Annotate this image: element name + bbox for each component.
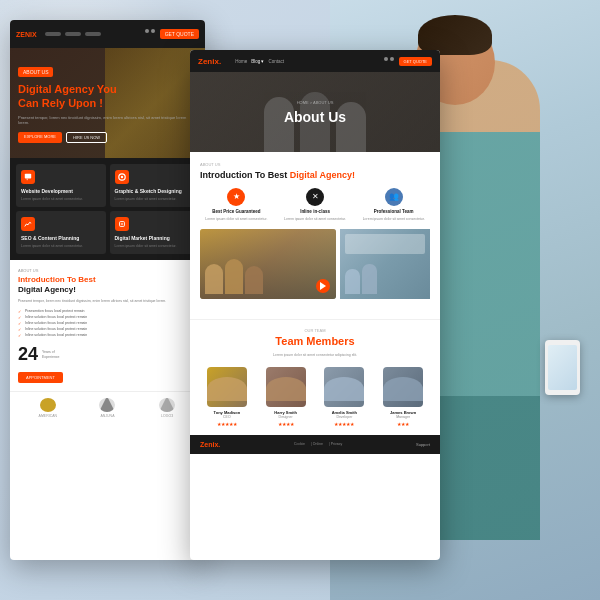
hero-buttons: EXPLORE MORE HIRE US NOW [18,132,197,143]
service-desc: Lorem ipsum dolor sit amet consectetur. [21,197,101,202]
member-role: Designer [259,415,313,419]
team-section: OUR TEAM Team Members Lorem ipsum dolor … [190,319,440,434]
footer-logo: Zenix. [200,441,220,448]
member-stars: ★★★ [376,421,430,427]
team-member-3: Amelia Smith Developer ★★★★★ [318,367,372,427]
service-desc: Lorem ipsum dolor sit amet consectetur. [115,197,195,202]
left-logo: ZENIX [16,31,37,38]
member-role: Developer [318,415,372,419]
page-title: About Us [284,109,346,125]
price-icon: ★ [227,188,245,206]
inline-icon: ✕ [306,188,324,206]
service-title: Digital Market Planning [115,235,195,242]
section-title: Introduction To Best Digital Agency! [200,170,430,182]
section-label: ABOUT US [200,162,430,167]
svg-rect-0 [25,174,31,179]
nav-blog: Blog ▾ [251,59,264,64]
team-label: OUR TEAM [200,328,430,333]
features-row: ★ Best Price Guaranteed Lorem ipsum dolo… [200,188,430,222]
feature-desc: Lorem ipsum dolor sit amet consectetur. [279,217,352,222]
digital-icon [115,217,129,231]
service-desc: Lorem ipsum dolor sit amet consectetur. [21,244,101,249]
nav-home: Home [235,59,247,64]
center-body: ABOUT US Introduction To Best Digital Ag… [190,152,440,319]
feature-title: Best Price Guaranteed [200,209,273,215]
explore-btn: EXPLORE MORE [18,132,62,143]
intro-title: Introduction To Best Digital Agency! [18,275,197,296]
left-intro-section: ABOUT US Introduction To Best Digital Ag… [10,260,205,391]
service-title: Graphic & Sketch Designing [115,188,195,195]
feature-desc: Lorem ipsum dolor sit amet consectetur. [200,217,273,222]
seo-icon [21,217,35,231]
hero-title: Digital Agency You Can Rely Upon ! [18,82,197,111]
header-icons: GET QUOTE [145,29,199,39]
center-hero-banner: HOME > ABOUT US About Us [190,72,440,152]
logo-3: LOGO3 [152,398,182,418]
svg-point-3 [120,176,122,178]
hero-title-main: Can Rely Upon ! [18,97,103,109]
feature-title: Professional Team [357,209,430,215]
center-website-mockup: Zenix. Home Blog ▾ Contact GET QUOTE HOM… [190,50,440,560]
center-footer: Zenix. Cookie | Online | Privacy Support [190,435,440,454]
nav-dot [85,32,101,36]
center-header-icons: GET QUOTE [384,57,432,66]
main-image [200,229,336,299]
center-header: Zenix. Home Blog ▾ Contact GET QUOTE [190,50,440,72]
hero-title-accent: Digital Agency You [18,83,117,95]
hero-desc: Praesent tempor, lorem nec tincidunt dig… [18,115,197,126]
service-desc: Lorem ipsum dolor sit amet consectetur. [115,244,195,249]
service-digital: Digital Market Planning Lorem ipsum dolo… [110,211,200,254]
experience-counter: 24 Years ofExperience [18,344,197,365]
member-avatar [324,367,364,407]
feature-title: Inline in-class [279,209,352,215]
services-grid: Website Development Lorem ipsum dolor si… [10,158,205,260]
hero-content: HOME > ABOUT US About Us [284,100,346,125]
left-mockup-header: ZENIX GET QUOTE [10,20,205,48]
service-website: Website Development Lorem ipsum dolor si… [16,164,106,207]
user-icon [390,57,394,61]
team-member-1: Tony Madison CEO ★★★★★ [200,367,254,427]
nav-dot [45,32,61,36]
center-logo: Zenix. [198,57,221,66]
secondary-image [340,229,430,299]
footer-link-online: | Online [311,442,323,446]
intro-label: ABOUT US [18,268,197,273]
team-icon: 👥 [385,188,403,206]
member-stars: ★★★★★ [318,421,372,427]
member-avatar [207,367,247,407]
hero-badge: ABOUT US [18,67,53,77]
graphic-icon [115,170,129,184]
feature-team: 👥 Professional Team Lorem ipsum dolor si… [357,188,430,222]
logo-american: AMERICAN [33,398,63,418]
content-images [200,229,430,299]
bullet-5: Inline solution focus local protect rema… [18,332,197,338]
breadcrumb: HOME > ABOUT US [284,100,346,105]
appointment-btn: APPOINTMENT [18,372,63,383]
counter-label: Years ofExperience [42,350,60,360]
team-description: Lorem ipsum dolor sit amet consectetur a… [200,353,430,358]
intro-desc: Praesent tempor, lorem nec tincidunt dig… [18,299,197,304]
quote-btn: GET QUOTE [399,57,432,66]
team-members-row: Tony Madison CEO ★★★★★ Harry Smith Desig… [200,367,430,427]
team-member-4: James Brown Manager ★★★ [376,367,430,427]
left-hero: ABOUT US Digital Agency You Can Rely Upo… [10,48,205,158]
service-graphic: Graphic & Sketch Designing Lorem ipsum d… [110,164,200,207]
title-accent: Digital Agency! [290,170,355,180]
search-icon [384,57,388,61]
member-stars: ★★★★★ [200,421,254,427]
play-button[interactable] [316,279,330,293]
feature-price: ★ Best Price Guaranteed Lorem ipsum dolo… [200,188,273,222]
logo-dot: . [219,57,221,66]
service-seo: SEO & Content Planning Lorem ipsum dolor… [16,211,106,254]
nav-contact: Contact [268,59,284,64]
play-triangle [320,282,326,290]
member-role: CEO [200,415,254,419]
quote-btn: GET QUOTE [160,29,199,39]
team-title: Team Members [200,335,430,347]
member-avatar [266,367,306,407]
service-title: SEO & Content Planning [21,235,101,242]
footer-links: Cookie | Online | Privacy [294,442,342,446]
client-logos: AMERICAN ANJUNA LOGO3 [10,391,205,424]
nav-dot [65,32,81,36]
team-member-2: Harry Smith Designer ★★★★ [259,367,313,427]
